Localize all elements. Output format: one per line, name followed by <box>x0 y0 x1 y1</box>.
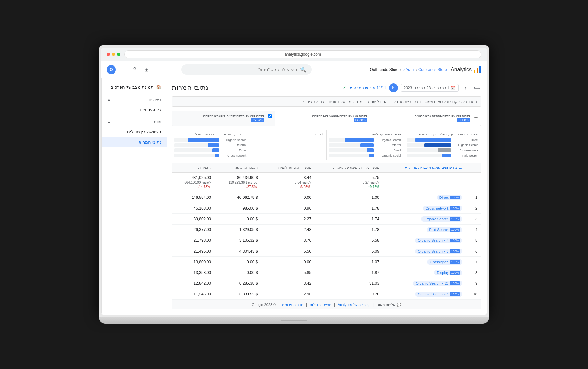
row-channel[interactable]: 100% Direct <box>383 192 467 203</box>
metric-checkbox-0[interactable] <box>474 114 478 118</box>
table-row: 4 100% Paid Search 1.78 2.48 $ 1,329.05 … <box>172 225 481 235</box>
sidebar-item-conversion-paths[interactable]: נתיבי המרות <box>102 137 167 147</box>
analytics-label: Analytics <box>451 67 472 73</box>
col-header-sessions[interactable]: מספר נקודות המגע על לאמרה <box>315 163 383 172</box>
row-channel[interactable]: 100% Cross-network <box>383 203 467 214</box>
metric-card-0[interactable]: נקודות מגע עם הלקוח בתחילת נתיב ההמרות 1… <box>378 111 481 126</box>
pct-badge: 100% <box>450 292 460 296</box>
row-revenue: $ 0.00 <box>215 214 261 225</box>
sidebar-performance-label: ביצועים <box>149 97 161 102</box>
date-range-label: 1 בפברי׳ - 28 בפברי׳ 2023 <box>404 86 449 90</box>
breadcrumb-admin[interactable]: ניהול ל <box>403 67 414 72</box>
sidebar-model-label: השוואה בין מודלים <box>127 130 161 134</box>
metric-checkbox-2[interactable] <box>268 114 272 118</box>
dropdown-icon: ▼ <box>404 166 408 170</box>
bar-label-cross3: Cross-network <box>220 154 246 157</box>
row-conversions: 12,842.00 <box>172 278 215 289</box>
sidebar-section-attribution[interactable]: יחוס ▲ <box>102 117 167 127</box>
apps-grid-icon[interactable]: ⊞ <box>142 65 151 74</box>
search-input[interactable] <box>187 67 297 72</box>
col-header-days[interactable]: מספר הימים עד לאמרה <box>261 163 315 172</box>
user-avatar[interactable]: O <box>107 65 116 74</box>
row-channel[interactable]: 100% 3 × Organic Search <box>383 246 467 257</box>
channel-badge: 100% Display <box>434 270 462 275</box>
pct-badge: 100% <box>450 271 460 275</box>
row-channel[interactable]: 100% Organic Search <box>383 214 467 225</box>
sidebar-item-model-comparison[interactable]: השוואה בין מודלים <box>102 127 167 137</box>
col-header-conversions[interactable]: ↓ המרות <box>172 163 215 172</box>
footer-link-analytics[interactable]: דף הבית של Analytics <box>338 303 371 307</box>
row-days: 6.50 <box>261 246 315 257</box>
row-num: 3 <box>466 214 481 225</box>
metric-title-2: נקודות מגע עם הלקוח לקראת סיום נתיב ההמר… <box>176 114 264 117</box>
footer-link-privacy[interactable]: מדיניות פרטיות <box>282 303 303 307</box>
channel-dropdown[interactable]: כבוצת ערוצים שמ...רת כבריית מחדל ▼ <box>387 165 463 170</box>
pct-badge: 100% <box>450 249 460 253</box>
row-num: 9 <box>466 278 481 289</box>
metrics-row: נקודות מגע עם הלקוח בתחילת נתיב ההמרות 1… <box>172 111 481 126</box>
summary-conversions: 481,025.00 לעומת 564,100.00 -14.73%↓ <box>172 172 215 192</box>
content-area: ⟺ ↑ 📅 1 בפברי׳ - 28 בפברי׳ 2023 N 11/11 … <box>167 78 487 315</box>
row-channel[interactable]: 100% Display <box>383 267 467 278</box>
row-channel[interactable]: 100% 4 × Organic Search <box>383 235 467 246</box>
table-row: 7 100% Unassigned 1.07 0.00 $ 0.00 13,80… <box>172 257 481 267</box>
pct-badge: 100% <box>450 281 460 285</box>
table-row: 6 100% 3 × Organic Search 5.09 6.50 $ 4,… <box>172 246 481 257</box>
chart-panel-1: מספר הימים עד לאמרה Organic Search Refer… <box>327 130 404 160</box>
bar-label-referral: Referral <box>375 144 401 147</box>
metric-card-2[interactable]: נקודות מגע עם הלקוח לקראת סיום נתיב ההמר… <box>172 111 275 126</box>
chart-panel-3: כבוצת ערוצים שמ...רת כבריית מחדל Organic… <box>172 130 249 160</box>
row-days: 2.27 <box>261 214 315 225</box>
row-num: 6 <box>466 246 481 257</box>
row-sessions: 1.74 <box>315 214 383 225</box>
channel-badge: 100% 3 × Organic Search <box>415 249 462 254</box>
table-row: 2 100% Cross-network 1.78 0.96 $ 985.00 … <box>172 203 481 214</box>
bar-label-organic: Organic Search <box>452 144 478 147</box>
row-sessions: 1.78 <box>315 203 383 214</box>
pct-badge: 100% <box>450 206 460 210</box>
sidebar-item-home[interactable]: 🏠 תמונת מצב של הפרסום <box>102 82 167 92</box>
row-channel[interactable]: 100% Unassigned <box>383 257 467 267</box>
user-icon-btn[interactable]: N <box>389 83 398 92</box>
summary-num <box>466 172 481 192</box>
home-icon: 🏠 <box>156 85 161 89</box>
pct-badge: 100% <box>450 228 460 232</box>
col-header-channel[interactable]: כבוצת ערוצים שמ...רת כבריית מחדל ▼ <box>383 163 467 172</box>
analytics-logo: Analytics <box>451 66 481 74</box>
row-conversions: 146,554.00 <box>172 192 215 203</box>
col-header-revenue[interactable]: הכנסה מרכישה <box>215 163 261 172</box>
row-conversions: 13,800.00 <box>172 257 215 267</box>
address-bar[interactable]: analytics.google.com <box>124 50 481 58</box>
row-conversions: 26,377.00 <box>172 225 215 235</box>
search-icon: 🔍 <box>300 66 306 73</box>
sidebar-item-all-channels[interactable]: כל הערוצים <box>102 104 167 115</box>
table-row: 1 100% Direct 1.00 0.00 $ 40,062.79 146,… <box>172 192 481 203</box>
chart-title-1: מספר הימים עד לאמרה <box>329 132 401 136</box>
comparison-label[interactable]: 11/11 אירועי המרה ▼ <box>349 86 386 90</box>
date-selector[interactable]: 📅 1 בפברי׳ - 28 בפברי׳ 2023 <box>401 84 459 92</box>
sidebar-section-performance[interactable]: ביצועים ▲ <box>102 95 167 104</box>
footer-link-terms[interactable]: תנאים והגבלות <box>310 303 331 307</box>
row-sessions: 1.07 <box>315 257 383 267</box>
chart-title-2: ↓ המרות <box>251 132 323 136</box>
pct-badge: 100% <box>450 260 460 264</box>
row-channel[interactable]: 100% Paid Search <box>383 225 467 235</box>
feedback-btn[interactable]: 💬 שליחת משוב <box>377 303 401 307</box>
title-bar-right: ⟺ ↑ 📅 1 בפברי׳ - 28 בפברי׳ 2023 N 11/11 … <box>342 83 481 92</box>
app-footer: 💬 שליחת משוב | דף הבית של Analytics | תנ… <box>172 300 481 309</box>
share-icon[interactable]: ↑ <box>461 83 470 92</box>
chart-title-3: כבוצת ערוצים שמ...רת כבריית מחדל <box>174 132 246 136</box>
more-options-icon[interactable]: ⋮ <box>118 65 127 74</box>
metric-card-1[interactable]: נקודות מגע עם הלקוח באמצע נתיב ההמרות 14… <box>275 111 378 126</box>
breadcrumb-store[interactable]: Outbrands Store <box>418 67 447 72</box>
channel-badge: 100% Direct <box>437 195 463 200</box>
row-revenue: $ 985.00 <box>215 203 261 214</box>
bar-label-paid: Paid Search <box>452 154 478 157</box>
help-icon[interactable]: ? <box>130 65 139 74</box>
row-channel[interactable]: 100% 20 × Organic Search <box>383 278 467 289</box>
bar-label-organic3: Organic Search <box>220 138 246 142</box>
table-row: 5 100% 4 × Organic Search 6.58 3.76 $ 3,… <box>172 235 481 246</box>
compare-icon[interactable]: ⟺ <box>472 83 481 92</box>
row-channel[interactable]: 100% 6 × Organic Search <box>383 289 467 300</box>
bar-label-email3: Email <box>220 149 246 152</box>
